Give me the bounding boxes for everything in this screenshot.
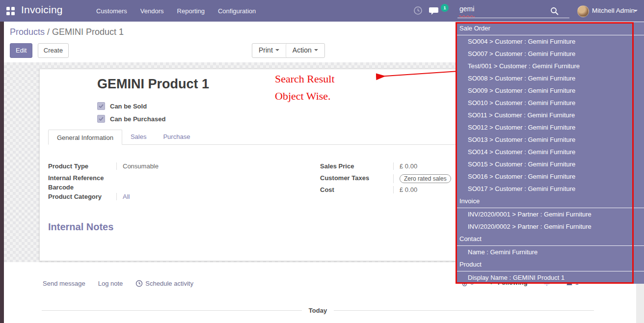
search-result-item[interactable]: SO010 > Customer : Gemini Furniture: [456, 97, 644, 109]
search-result-item[interactable]: SO007 > Customer : Gemini Furniture: [456, 48, 644, 60]
left-edge-strip: [0, 22, 4, 323]
search-result-section-sale-order: Sale Order: [456, 22, 644, 35]
search-results-dropdown: Sale OrderSO004 > Customer : Gemini Furn…: [456, 22, 644, 284]
search-result-section-invoice: Invoice: [456, 195, 644, 208]
tab-general-information[interactable]: General Information: [48, 130, 122, 145]
product-flags: Can be SoldCan be Purchased: [97, 100, 165, 125]
field-label: Product Category: [48, 193, 116, 200]
log-note-button[interactable]: Log note: [98, 280, 123, 287]
global-search: [457, 3, 569, 18]
checkbox-row: Can be Purchased: [97, 112, 165, 125]
create-button[interactable]: Create: [38, 43, 69, 58]
search-result-item[interactable]: SO014 > Customer : Gemini Furniture: [456, 146, 644, 158]
search-result-item[interactable]: SO017 > Customer : Gemini Furniture: [456, 183, 644, 195]
navbar-menu-customers[interactable]: Customers: [96, 7, 127, 15]
field-row-product-type: Product TypeConsumable: [48, 162, 269, 174]
messages-chat-icon[interactable]: [429, 6, 441, 16]
action-button[interactable]: Action: [286, 44, 324, 57]
tab-purchase[interactable]: Purchase: [155, 129, 198, 144]
form-buttons: Edit Create: [10, 43, 69, 58]
search-result-item[interactable]: SO009 > Customer : Gemini Furniture: [456, 84, 644, 97]
schedule-activity-button[interactable]: Schedule activity: [135, 280, 193, 287]
field-label: Customer Taxes: [320, 174, 393, 182]
checkbox-can-be-sold[interactable]: [97, 102, 105, 110]
field-value-product-category[interactable]: All: [116, 193, 269, 200]
app-window: Invoicing CustomersVendorsReportingConfi…: [0, 0, 644, 323]
breadcrumb: Products / GEMINI Product 1: [10, 27, 124, 37]
chatter-actions: Send message Log note Schedule activity: [43, 280, 193, 287]
field-row-barcode: Barcode: [48, 184, 269, 193]
field-group-left: Product TypeConsumableInternal Reference…: [48, 162, 269, 202]
tab-sales[interactable]: Sales: [122, 129, 155, 144]
breadcrumb-current: GEMINI Product 1: [52, 27, 124, 37]
search-result-section-product: Product: [456, 258, 644, 271]
navbar-menu-vendors[interactable]: Vendors: [140, 7, 164, 15]
search-result-item[interactable]: SO004 > Customer : Gemini Furniture: [456, 35, 644, 48]
edit-button[interactable]: Edit: [10, 43, 32, 58]
search-result-item[interactable]: SO013 > Customer : Gemini Furniture: [456, 134, 644, 146]
search-result-item[interactable]: Display Name : GEMINI Product 1: [456, 271, 644, 284]
activities-clock-icon[interactable]: [413, 6, 423, 15]
search-result-item[interactable]: Test/001 > Customer : Gemini Furniture: [456, 60, 644, 72]
search-result-item[interactable]: INV/2020/0001 > Partner : Gemini Furnitu…: [456, 208, 644, 220]
print-caret-icon: [275, 49, 279, 51]
top-navbar: Invoicing CustomersVendorsReportingConfi…: [0, 0, 644, 22]
apps-menu-icon[interactable]: [6, 7, 15, 15]
breadcrumb-products-link[interactable]: Products: [10, 27, 45, 37]
send-message-button[interactable]: Send message: [43, 280, 85, 287]
search-result-item[interactable]: SO012 > Customer : Gemini Furniture: [456, 121, 644, 134]
product-title: GEMINI Product 1: [97, 77, 209, 92]
user-menu[interactable]: Mitchell Admin: [592, 7, 635, 14]
today-divider: Today: [42, 307, 594, 314]
field-value-product-type: Consumable: [116, 162, 269, 170]
navbar-menu-configuration[interactable]: Configuration: [218, 7, 256, 15]
checkbox-row: Can be Sold: [97, 100, 165, 112]
print-button[interactable]: Print: [252, 44, 286, 57]
user-avatar[interactable]: [577, 5, 589, 17]
field-label: Sales Price: [320, 162, 393, 170]
customer-tax-badge: Zero rated sales: [400, 174, 451, 183]
annotation-line-2: Object Wise.: [275, 90, 331, 103]
search-result-item[interactable]: Name : Gemini Furniture: [456, 246, 644, 258]
field-label: Internal Reference: [48, 174, 116, 182]
search-result-section-contact: Contact: [456, 233, 644, 246]
spellcheck-squiggle: [459, 15, 476, 17]
navbar-menu-reporting[interactable]: Reporting: [177, 7, 205, 15]
vertical-scrollbar[interactable]: [636, 284, 644, 323]
search-result-item[interactable]: INV/2020/0002 > Partner : Gemini Furnitu…: [456, 220, 644, 233]
breadcrumb-separator: /: [45, 27, 52, 37]
search-result-item[interactable]: SO015 > Customer : Gemini Furniture: [456, 158, 644, 170]
checkbox-can-be-purchased[interactable]: [97, 115, 105, 123]
messages-count-badge[interactable]: 1: [441, 4, 449, 12]
search-result-item[interactable]: SO008 > Customer : Gemini Furniture: [456, 72, 644, 84]
checkbox-label: Can be Sold: [110, 103, 147, 110]
schedule-clock-icon: [135, 280, 143, 287]
field-label: Barcode: [48, 184, 116, 191]
global-search-input[interactable]: [458, 4, 554, 13]
annotation-arrow: [371, 67, 459, 81]
annotation-line-1: Search Result: [275, 73, 335, 85]
search-result-item[interactable]: SO011 > Customer : Gemini Furniture: [456, 109, 644, 121]
action-caret-icon: [314, 49, 318, 51]
search-result-item[interactable]: SO016 > Customer : Gemini Furniture: [456, 170, 644, 183]
field-row-internal-reference: Internal Reference: [48, 174, 269, 184]
field-label: Cost: [320, 186, 393, 193]
search-icon[interactable]: [550, 7, 559, 15]
user-caret-down-icon[interactable]: [634, 10, 638, 12]
internal-notes-heading: Internal Notes: [48, 221, 113, 233]
field-label: Product Type: [48, 162, 116, 170]
checkbox-label: Can be Purchased: [110, 115, 165, 123]
app-name[interactable]: Invoicing: [21, 4, 63, 16]
field-row-product-category: Product CategoryAll: [48, 193, 269, 202]
navbar-menus: CustomersVendorsReportingConfiguration: [96, 0, 256, 22]
print-action-group: Print Action: [252, 43, 325, 58]
